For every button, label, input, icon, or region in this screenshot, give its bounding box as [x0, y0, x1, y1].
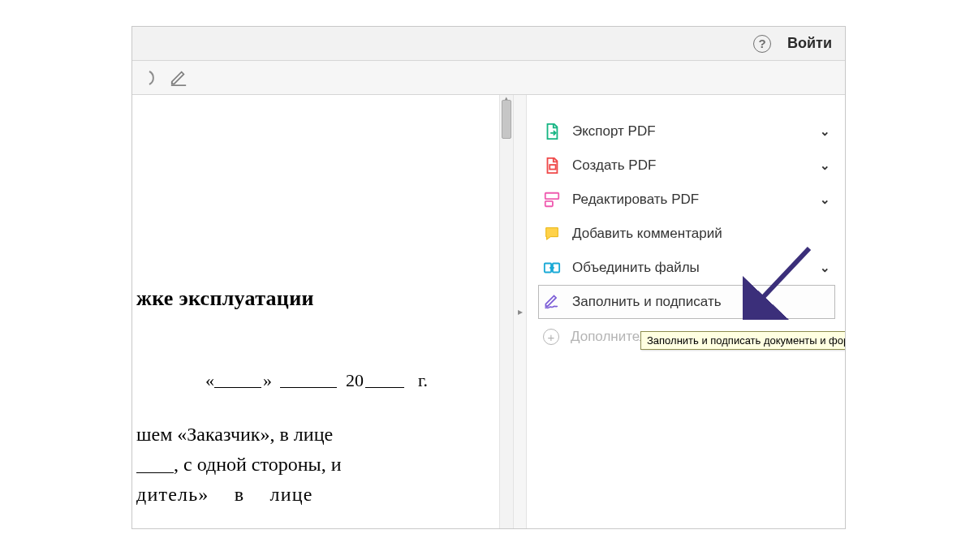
- chevron-down-icon: ⌄: [820, 124, 830, 139]
- document-body-fragment: шем «Заказчик», в лице , с одной стороны…: [136, 420, 491, 510]
- edit-pdf-icon: [543, 191, 561, 209]
- plus-icon: +: [543, 329, 559, 345]
- toolbar: [132, 61, 845, 95]
- date-year-prefix: 20: [346, 370, 364, 390]
- fill-sign-icon: [543, 293, 561, 311]
- scroll-thumb[interactable]: [502, 100, 511, 139]
- tool-fill-sign[interactable]: Заполнить и подписать: [538, 285, 835, 319]
- titlebar: ? Войти: [132, 27, 845, 61]
- tool-create-pdf[interactable]: Создать PDF ⌄: [538, 149, 835, 183]
- main-area: жке эксплуатации «» 20 г. шем «Заказчик»…: [132, 95, 845, 528]
- body-blank: [136, 453, 174, 473]
- svg-rect-1: [549, 165, 555, 170]
- tool-label: Объединить файлы: [572, 260, 700, 276]
- body-line-3: дитель» в лице: [136, 484, 313, 505]
- create-pdf-icon: [543, 157, 561, 174]
- panel-collapse-handle[interactable]: ▸: [514, 95, 527, 528]
- body-line-1: шем «Заказчик», в лице: [136, 424, 333, 445]
- login-button[interactable]: Войти: [787, 35, 832, 52]
- chevron-down-icon: ⌄: [820, 158, 830, 173]
- date-close-quote: »: [263, 370, 272, 390]
- svg-rect-2: [545, 193, 559, 199]
- tool-export-pdf[interactable]: Экспорт PDF ⌄: [538, 114, 835, 149]
- toolbar-partial-icon[interactable]: [140, 69, 158, 87]
- pencil-icon[interactable]: [170, 69, 187, 87]
- tooltip-fill-sign: Заполнить и подписать документы и формы …: [640, 331, 846, 350]
- tool-label: Экспорт PDF: [572, 123, 656, 140]
- date-open-quote: «: [205, 370, 214, 390]
- help-icon[interactable]: ?: [753, 35, 771, 53]
- date-blank-day: [214, 368, 261, 388]
- tool-label: Заполнить и подписать: [572, 294, 722, 310]
- date-blank-year: [365, 368, 404, 388]
- vertical-scrollbar[interactable]: ▴: [499, 95, 514, 528]
- tools-panel: Экспорт PDF ⌄ Создать PDF ⌄ Редактироват…: [527, 95, 845, 528]
- document-content: жке эксплуатации «» 20 г. шем «Заказчик»…: [132, 95, 499, 528]
- comment-icon: [543, 225, 561, 243]
- document-viewport[interactable]: жке эксплуатации «» 20 г. шем «Заказчик»…: [132, 95, 499, 528]
- date-blank-month: [280, 368, 337, 388]
- body-line-2: , с одной стороны, и: [174, 454, 342, 475]
- date-year-suffix: г.: [418, 370, 428, 390]
- chevron-down-icon: ⌄: [820, 192, 830, 207]
- app-window: ? Войти жке эксплуатации «» 20 г. шем «З…: [131, 26, 846, 529]
- tool-label: Редактировать PDF: [572, 192, 699, 208]
- tool-label: Создать PDF: [572, 157, 656, 174]
- combine-files-icon: [543, 259, 561, 277]
- export-pdf-icon: [543, 123, 561, 140]
- tool-combine-files[interactable]: Объединить файлы ⌄: [538, 251, 835, 285]
- tool-edit-pdf[interactable]: Редактировать PDF ⌄: [538, 183, 835, 217]
- document-date-line: «» 20 г.: [205, 367, 428, 391]
- tool-add-comment[interactable]: Добавить комментарий: [538, 217, 835, 251]
- chevron-down-icon: ⌄: [820, 261, 830, 275]
- document-title-fragment: жке эксплуатации: [136, 286, 314, 311]
- tool-label: Добавить комментарий: [572, 226, 722, 242]
- svg-rect-3: [545, 201, 553, 206]
